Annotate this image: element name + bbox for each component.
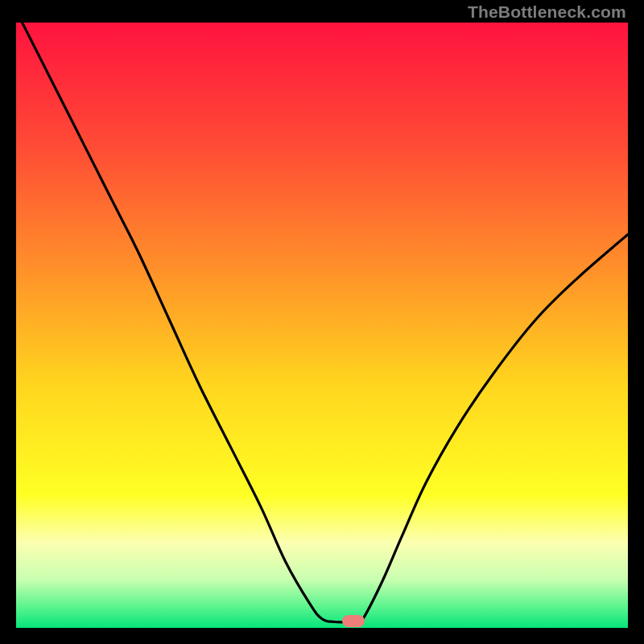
watermark-text: TheBottleneck.com <box>468 2 626 22</box>
chart-frame: TheBottleneck.com <box>0 0 644 644</box>
plot-area <box>16 23 628 628</box>
bottleneck-curve <box>16 23 628 628</box>
optimum-marker <box>342 615 365 627</box>
